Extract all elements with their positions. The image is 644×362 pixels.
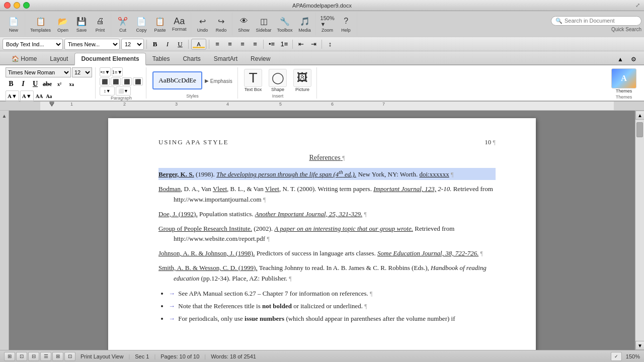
scroll-track[interactable] [635, 120, 644, 341]
align-center-button[interactable]: ≡ [224, 39, 235, 50]
shape-button[interactable]: ◯ Shape [267, 68, 289, 93]
ribbon-align-right-button[interactable]: ⬛ [122, 77, 132, 85]
ribbon-italic-button[interactable]: I [18, 78, 29, 89]
tab-tables[interactable]: Tables [146, 53, 177, 64]
italic-button[interactable]: I [162, 39, 173, 50]
search-input-wrapper[interactable]: 🔍 [551, 16, 641, 26]
help-button[interactable]: ? Help [337, 14, 355, 34]
indent-increase-button[interactable]: ⇥ [308, 39, 319, 50]
ribbon-justify-button[interactable]: ⬛ [133, 77, 143, 85]
textbox-button[interactable]: T Text Box [242, 68, 264, 93]
ribbon-underline-button[interactable]: U [30, 78, 41, 89]
show-icon: 👁 [238, 15, 250, 27]
view-btn-4[interactable]: ☰ [40, 352, 51, 361]
minimize-button[interactable] [14, 2, 20, 9]
close-button[interactable] [4, 2, 11, 9]
ribbon-font-size-selector[interactable]: 12 [72, 67, 92, 77]
themes-button[interactable]: A Themes [609, 67, 638, 95]
copy-button[interactable]: 📄 Copy [132, 14, 150, 34]
sidebar-icon: ◫ [258, 15, 270, 27]
redo-button[interactable]: ↪ Redo [212, 14, 230, 34]
ribbon-bold-button[interactable]: B [6, 78, 17, 89]
ref5-journal: Some Education Journal, 38, 722-726. [377, 249, 478, 257]
picture-button[interactable]: 🖼 Picture [291, 68, 313, 93]
maximize-button[interactable] [23, 2, 30, 9]
tab-layout[interactable]: Layout [43, 53, 74, 64]
undo-button[interactable]: ↩ Undo [194, 14, 212, 34]
print-button[interactable]: 🖨 Print [91, 14, 109, 34]
indent-marker[interactable] [49, 102, 54, 106]
align-left-button[interactable]: ≡ [212, 39, 223, 50]
scroll-up-button[interactable]: ▲ [635, 111, 644, 120]
paste-button[interactable]: 📋 Paste [151, 14, 169, 34]
tab-review[interactable]: Review [244, 53, 277, 64]
undo-icon: ↩ [197, 15, 209, 27]
ribbon-font-color-button[interactable]: A▼ [6, 90, 19, 102]
ribbon-font-selector[interactable]: Times New Roman [6, 67, 71, 77]
tab-smartart[interactable]: SmartArt [207, 53, 244, 64]
zoom-button[interactable]: 150% ▼ Zoom [318, 14, 337, 34]
search-input[interactable] [565, 18, 637, 24]
view-btn-5[interactable]: ⊞ [52, 352, 63, 361]
resize-icon[interactable]: ⤢ [635, 2, 640, 9]
spelling-button[interactable]: ✓ [611, 352, 622, 361]
ribbon-aa-button[interactable]: AA [35, 90, 44, 102]
ribbon-superscript-button[interactable]: x² [54, 78, 65, 89]
ribbon-subscript-button[interactable]: x₂ [66, 78, 77, 89]
ribbon-align-center-button[interactable]: ⬛ [111, 77, 121, 85]
tab-document-elements[interactable]: Document Elements [74, 53, 145, 65]
ribbon-numbered-list-button[interactable]: 1≡▼ [112, 67, 123, 76]
cut-button[interactable]: ✂️ Cut [114, 14, 132, 34]
numbered-list-button[interactable]: 1≡ [279, 39, 290, 50]
highlight-button[interactable]: A [191, 39, 206, 50]
right-scrollbar[interactable]: ▲ ▼ [635, 111, 644, 350]
indent-decrease-button[interactable]: ⇤ [295, 39, 306, 50]
style-selector[interactable]: Body Text Ind... [3, 39, 63, 50]
view-btn-1[interactable]: ⊞ [4, 352, 15, 361]
font-size-selector[interactable]: 12 [121, 39, 144, 50]
bold-button[interactable]: B [149, 39, 160, 50]
document-scroll-area[interactable]: USING APA STYLE 10 ¶ References ¶ Berger… [9, 111, 635, 350]
format-button[interactable]: Aa Format [170, 15, 189, 33]
tab-charts[interactable]: Charts [176, 53, 207, 64]
ribbon-text-highlight-button[interactable]: A▼ [20, 90, 34, 102]
open-button[interactable]: 📂 Open [54, 14, 72, 34]
ribbon-bullet-list-button[interactable]: •≡▼ [100, 67, 111, 76]
tab-home[interactable]: 🏠 Home [5, 53, 43, 64]
ribbon-themes-section: A Themes Themes [606, 67, 641, 99]
view-btn-6[interactable]: ⊡ [64, 352, 75, 361]
ribbon-align-left-button[interactable]: ⬛ [100, 77, 110, 85]
ribbon-line-spacing-button[interactable]: ↕▼ [100, 86, 115, 96]
bullet-item-3: → For periodicals, only use issue number… [169, 313, 496, 324]
justify-button[interactable]: ≡ [250, 39, 261, 50]
ribbon-shading-button[interactable]: ⬜▼ [116, 86, 131, 96]
page-header: USING APA STYLE [158, 138, 496, 146]
show-button[interactable]: 👁 Show [235, 14, 253, 34]
emphasis-style-sample[interactable]: AaBbCcDdEe [152, 71, 202, 89]
window-controls[interactable] [4, 2, 30, 9]
ruler-marks[interactable]: 1 2 3 4 5 6 7 [40, 102, 614, 110]
pilcrow-bullet1: ¶ [370, 290, 372, 297]
view-btn-2[interactable]: ⊡ [16, 352, 27, 361]
toolbox-button[interactable]: 🔧 Toolbox [275, 14, 295, 34]
bullet-list-button[interactable]: •≡ [266, 39, 277, 50]
quick-search-label: Quick Search [611, 27, 641, 32]
view-btn-3[interactable]: ⊟ [28, 352, 39, 361]
ribbon-case-button[interactable]: Aa [45, 90, 53, 102]
scroll-up-button[interactable]: ▲ [2, 113, 7, 119]
settings-button[interactable]: ⚙ [628, 55, 639, 64]
media-button[interactable]: 🎵 Media [296, 14, 314, 34]
font-selector[interactable]: Times New... [64, 39, 120, 50]
scroll-thumb[interactable] [636, 122, 643, 137]
ribbon-strikethrough-button[interactable]: abc [42, 78, 53, 89]
new-button[interactable]: 📄 New [5, 14, 23, 34]
save-button[interactable]: 💾 Save [72, 14, 91, 34]
templates-button[interactable]: 📋 Templates [28, 14, 53, 34]
scroll-down-button[interactable]: ▼ [635, 341, 644, 350]
underline-button[interactable]: U [175, 39, 186, 50]
align-right-button[interactable]: ≡ [237, 39, 248, 50]
collapse-ribbon-button[interactable]: ▲ [615, 55, 626, 64]
line-spacing-button[interactable]: ↕ [325, 39, 336, 50]
style-scroll-arrow[interactable]: ▶ [205, 78, 209, 83]
sidebar-button[interactable]: ◫ Sidebar [254, 14, 274, 34]
